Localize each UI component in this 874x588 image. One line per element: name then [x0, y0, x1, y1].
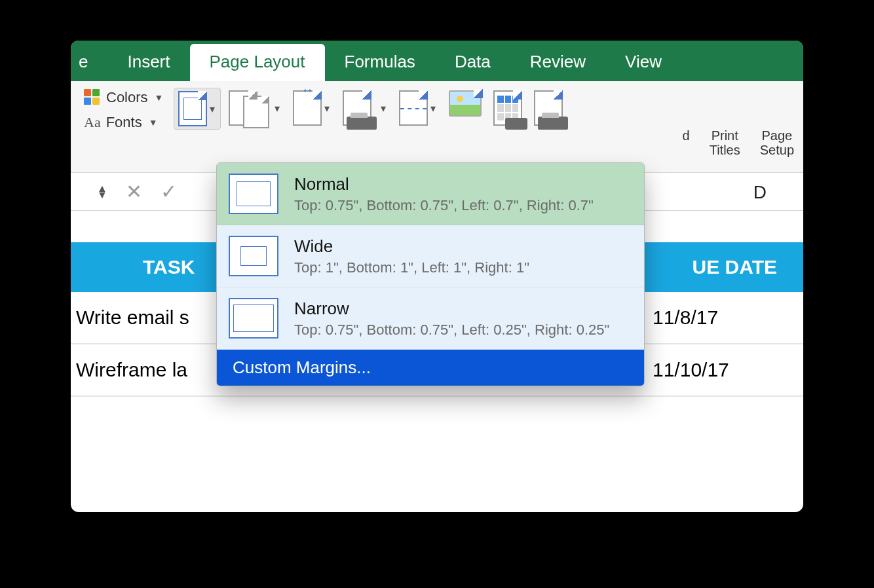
option-title: Normal [294, 174, 594, 194]
tab-insert[interactable]: Insert [107, 44, 189, 81]
margins-wide-icon [229, 236, 278, 276]
margins-narrow-icon [229, 298, 278, 339]
tab-home-partial[interactable]: e [71, 44, 107, 81]
print-titles-icon [493, 90, 522, 126]
tab-review[interactable]: Review [510, 44, 605, 81]
colors-icon [84, 89, 101, 106]
ribbon: Colors ▼ Aa Fonts ▼ ▾ ▾ ↔ ▾ [71, 81, 803, 173]
chevron-down-icon: ▾ [429, 102, 437, 115]
colors-dropdown[interactable]: Colors ▼ [84, 89, 163, 106]
margins-option-wide[interactable]: Wide Top: 1", Bottom: 1", Left: 1", Righ… [217, 225, 644, 287]
option-subtitle: Top: 0.75", Bottom: 0.75", Left: 0.25", … [294, 322, 609, 339]
cancel-icon[interactable]: ✕ [126, 180, 142, 203]
enter-icon[interactable]: ✓ [161, 180, 177, 203]
print-titles-label: PrintTitles [710, 128, 740, 157]
background-button[interactable] [445, 88, 485, 126]
margins-menu: Normal Top: 0.75", Bottom: 0.75", Left: … [216, 162, 645, 386]
margins-button[interactable]: ▾ [174, 88, 221, 130]
orientation-icon [229, 90, 257, 126]
chevron-down-icon: ▾ [323, 102, 331, 115]
print-area-icon [343, 90, 371, 126]
chevron-down-icon: ▾ [379, 102, 387, 115]
colors-label: Colors [106, 89, 148, 106]
margins-option-narrow[interactable]: Narrow Top: 0.75", Bottom: 0.75", Left: … [217, 287, 644, 350]
margins-custom[interactable]: Custom Margins... [217, 350, 644, 386]
breaks-icon [399, 90, 428, 126]
breaks-button[interactable]: ▾ [395, 88, 441, 128]
background-icon [449, 90, 482, 123]
cell-due: 11/10/17 [653, 359, 803, 381]
tab-view[interactable]: View [605, 44, 681, 81]
cell-due: 11/8/17 [653, 306, 803, 329]
chevron-down-icon: ▼ [155, 92, 164, 103]
page-setup-icon [534, 90, 563, 126]
page-setup-label: PageSetup [760, 128, 794, 157]
print-area-button[interactable]: ▾ [339, 88, 391, 128]
fonts-icon: Aa [84, 114, 101, 131]
margins-normal-icon [229, 174, 278, 214]
tab-page-layout[interactable]: Page Layout [190, 44, 325, 81]
option-subtitle: Top: 0.75", Bottom: 0.75", Left: 0.7", R… [294, 197, 594, 214]
option-subtitle: Top: 1", Bottom: 1", Left: 1", Right: 1" [294, 259, 529, 276]
fonts-label: Fonts [106, 114, 142, 131]
bg-trail: d [683, 128, 690, 157]
option-title: Narrow [294, 299, 609, 319]
print-titles-button[interactable] [489, 88, 526, 128]
chevron-down-icon: ▾ [208, 103, 216, 115]
orientation-button[interactable]: ▾ [225, 88, 285, 128]
chevron-down-icon: ▾ [273, 102, 281, 115]
margins-icon [178, 91, 207, 126]
column-header-d[interactable]: D [753, 182, 767, 203]
option-title: Wide [294, 236, 529, 257]
tab-data[interactable]: Data [435, 44, 510, 81]
tab-formulas[interactable]: Formulas [325, 44, 435, 81]
fonts-dropdown[interactable]: Aa Fonts ▼ [84, 114, 163, 131]
name-box-stepper[interactable]: ▲▼ [97, 185, 107, 198]
size-button[interactable]: ↔ ▾ [289, 88, 335, 128]
ribbon-tabs: e Insert Page Layout Formulas Data Revie… [71, 41, 803, 81]
header-due: UE DATE [693, 256, 803, 278]
ribbon-labels: d PrintTitles PageSetup [683, 128, 794, 157]
page-setup-group: ▾ ▾ ↔ ▾ ▾ ▾ [174, 88, 567, 130]
margins-option-normal[interactable]: Normal Top: 0.75", Bottom: 0.75", Left: … [217, 163, 644, 225]
chevron-down-icon: ▼ [149, 117, 158, 128]
size-icon: ↔ [293, 90, 322, 126]
page-setup-button[interactable] [530, 88, 567, 128]
